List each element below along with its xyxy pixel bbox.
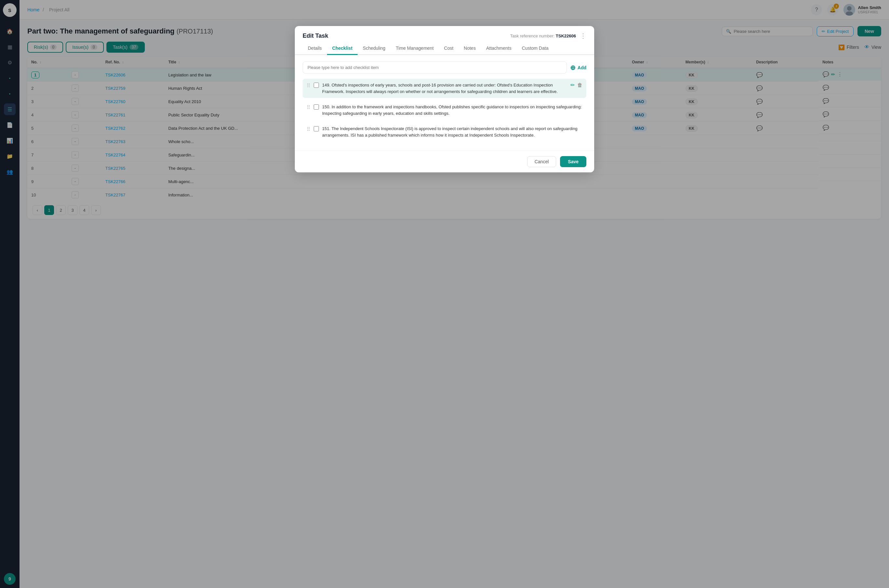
- add-checklist-button[interactable]: ⊕ Add: [570, 64, 586, 72]
- checklist-item-text: 149. Ofsted's inspections of early years…: [322, 82, 567, 94]
- modal-tabs: Details Checklist Scheduling Time Manage…: [295, 42, 594, 55]
- add-circle-icon: ⊕: [570, 64, 576, 72]
- modal-tab-details[interactable]: Details: [303, 42, 327, 55]
- modal-tab-time-management[interactable]: Time Management: [390, 42, 438, 55]
- checklist-item: ⠿ 150. In addition to the framework and …: [303, 100, 586, 120]
- checklist-item-actions: ✏ 🗑: [571, 82, 583, 88]
- checklist-input[interactable]: [303, 62, 567, 74]
- modal-body: ⊕ Add ⠿ 149. Ofsted's inspections of ear…: [295, 55, 594, 151]
- add-label: Add: [578, 65, 586, 70]
- edit-task-modal: Edit Task Task reference number: TSK2260…: [295, 26, 594, 172]
- checklist-items: ⠿ 149. Ofsted's inspections of early yea…: [303, 79, 586, 141]
- modal-header: Edit Task Task reference number: TSK2260…: [295, 26, 594, 40]
- modal-more-icon[interactable]: ⋮: [580, 32, 586, 40]
- checklist-add-row: ⊕ Add: [303, 62, 586, 74]
- modal-tab-custom-data[interactable]: Custom Data: [517, 42, 554, 55]
- delete-checklist-icon[interactable]: 🗑: [577, 82, 583, 88]
- modal-tab-notes[interactable]: Notes: [458, 42, 481, 55]
- modal-tab-checklist[interactable]: Checklist: [327, 42, 357, 55]
- modal-title: Edit Task: [303, 33, 328, 39]
- checklist-checkbox[interactable]: [314, 82, 319, 88]
- cancel-button[interactable]: Cancel: [527, 156, 556, 167]
- modal-tab-scheduling[interactable]: Scheduling: [357, 42, 390, 55]
- edit-checklist-icon[interactable]: ✏: [571, 82, 575, 88]
- checklist-item-text: 150. In addition to the framework and in…: [322, 104, 583, 116]
- drag-handle[interactable]: ⠿: [306, 104, 311, 111]
- checklist-item-text: 151. The Independent Schools Inspectorat…: [322, 126, 583, 138]
- modal-tab-attachments[interactable]: Attachments: [481, 42, 517, 55]
- drag-handle[interactable]: ⠿: [306, 82, 311, 89]
- modal-overlay: Edit Task Task reference number: TSK2260…: [0, 0, 889, 588]
- checklist-item: ⠿ 151. The Independent Schools Inspector…: [303, 122, 586, 141]
- drag-handle[interactable]: ⠿: [306, 126, 311, 132]
- modal-tab-cost[interactable]: Cost: [439, 42, 459, 55]
- modal-footer: Cancel Save: [295, 151, 594, 172]
- checklist-checkbox[interactable]: [314, 126, 319, 131]
- checklist-checkbox[interactable]: [314, 104, 319, 110]
- save-button[interactable]: Save: [560, 156, 586, 167]
- modal-ref: Task reference number: TSK22606: [510, 33, 576, 38]
- modal-header-right: Task reference number: TSK22606 ⋮: [510, 32, 586, 40]
- checklist-item: ⠿ 149. Ofsted's inspections of early yea…: [303, 79, 586, 98]
